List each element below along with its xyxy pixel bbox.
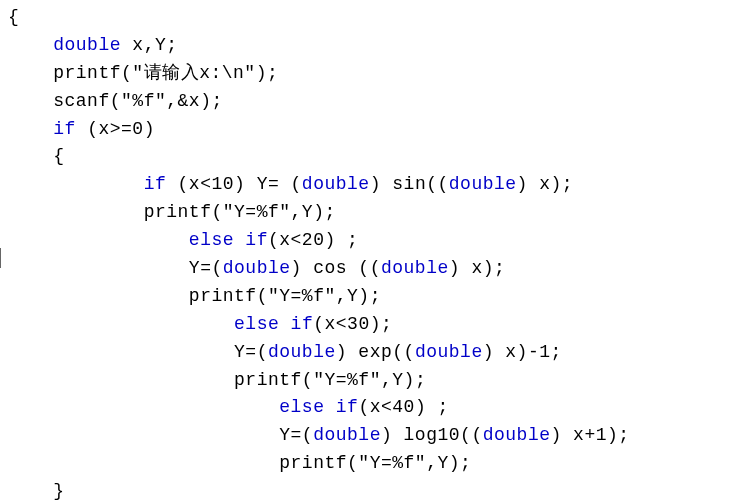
code-line: }: [8, 478, 732, 500]
code-line: Y=(double) exp((double) x)-1;: [8, 339, 732, 367]
code-line: {: [8, 4, 732, 32]
keyword-double: double: [483, 425, 551, 445]
keyword-double: double: [415, 342, 483, 362]
code-text: x,Y;: [121, 35, 178, 55]
keyword-double: double: [268, 342, 336, 362]
code-text: [234, 230, 245, 250]
code-text: (x<30);: [313, 314, 392, 334]
code-text: (x<20) ;: [268, 230, 358, 250]
code-line: else if(x<40) ;: [8, 394, 732, 422]
keyword-if: if: [291, 314, 314, 334]
code-text: ) x+1);: [551, 425, 630, 445]
code-text: (x<40) ;: [358, 397, 448, 417]
keyword-double: double: [53, 35, 121, 55]
code-line: printf("Y=%f",Y);: [8, 367, 732, 395]
keyword-else: else: [189, 230, 234, 250]
code-text: (x>=0): [76, 119, 155, 139]
code-line: double x,Y;: [8, 32, 732, 60]
code-line: {: [8, 143, 732, 171]
brace-close: }: [53, 481, 64, 500]
code-text: printf("Y=%f",Y);: [279, 453, 471, 473]
code-text: printf("请输入x:\n");: [53, 63, 278, 83]
keyword-double: double: [302, 174, 370, 194]
code-line: scanf("%f",&x);: [8, 88, 732, 116]
code-text: printf("Y=%f",Y);: [189, 286, 381, 306]
code-text: ) x);: [517, 174, 574, 194]
code-line: Y=(double) cos ((double) x);: [8, 255, 732, 283]
code-text: ) x);: [449, 258, 506, 278]
code-line: Y=(double) log10((double) x+1);: [8, 422, 732, 450]
code-editor[interactable]: { double x,Y; printf("请输入x:\n"); scanf("…: [0, 0, 732, 500]
code-line: printf("请输入x:\n");: [8, 60, 732, 88]
keyword-if: if: [245, 230, 268, 250]
code-text: (x<10) Y= (: [166, 174, 302, 194]
code-text: [279, 314, 290, 334]
code-text: ) cos ((: [291, 258, 381, 278]
keyword-double: double: [381, 258, 449, 278]
code-text: ) log10((: [381, 425, 483, 445]
code-line: else if(x<20) ;: [8, 227, 732, 255]
code-line: printf("Y=%f",Y);: [8, 199, 732, 227]
code-line: if (x<10) Y= (double) sin((double) x);: [8, 171, 732, 199]
code-line: printf("Y=%f",Y);: [8, 450, 732, 478]
code-text: [324, 397, 335, 417]
code-text: ) x)-1;: [483, 342, 562, 362]
keyword-else: else: [279, 397, 324, 417]
keyword-double: double: [449, 174, 517, 194]
code-line: if (x>=0): [8, 116, 732, 144]
code-line: printf("Y=%f",Y);: [8, 283, 732, 311]
keyword-if: if: [53, 119, 76, 139]
code-text: Y=(: [234, 342, 268, 362]
text-cursor: [0, 248, 3, 268]
code-text: ) exp((: [336, 342, 415, 362]
code-text: Y=(: [189, 258, 223, 278]
keyword-double: double: [313, 425, 381, 445]
brace-open: {: [8, 7, 19, 27]
keyword-double: double: [223, 258, 291, 278]
brace-open: {: [53, 146, 64, 166]
code-text: scanf("%f",&x);: [53, 91, 223, 111]
code-line: else if(x<30);: [8, 311, 732, 339]
code-text: ) sin((: [370, 174, 449, 194]
code-text: printf("Y=%f",Y);: [144, 202, 336, 222]
keyword-if: if: [144, 174, 167, 194]
code-text: Y=(: [279, 425, 313, 445]
keyword-else: else: [234, 314, 279, 334]
keyword-if: if: [336, 397, 359, 417]
code-text: printf("Y=%f",Y);: [234, 370, 426, 390]
